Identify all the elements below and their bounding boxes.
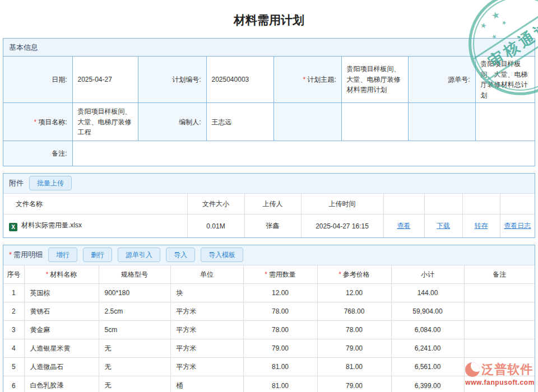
editor-label-text: 编制人: [179,118,201,126]
editor-value: 王志远 [206,103,273,141]
required-mark: * [9,250,12,259]
row-remark [464,358,535,376]
import-button[interactable]: 导入 [166,248,195,262]
col-action-1 [383,194,424,214]
source-import-button[interactable]: 源单引入 [118,248,160,262]
row-remark [464,339,535,358]
col-remark: 备注 [464,265,535,284]
row-unit: 平方米 [170,339,243,358]
row-qty: 12.00 [243,284,317,302]
col-qty: *需用数量 [243,265,317,284]
detail-table-header: 序号 *材料名称 规格型号 单位 *需用数量 *参考价格 小计 备注 [3,265,535,284]
table-row: 日期: 2025-04-27 计划编号: 2025040003 *计划主题: 贵… [3,57,535,103]
col-unit: 单位 [170,265,243,284]
row-subtotal: 6,241.00 [391,339,464,358]
row-material-name: 人造微晶石 [24,358,99,376]
remark-value [72,141,535,166]
col-action-3 [462,194,500,214]
source-no-label: 源单号: [408,57,475,103]
attachment-header: 附件 批量上传 [3,174,535,194]
excel-file-icon: X [9,223,17,231]
row-spec: 5cm [99,321,170,339]
row-price: 768.00 [317,302,391,321]
detail-section: *需用明细 增行 删行 源单引入 导入 导入模板 序号 *材料名称 规格型号 单… [3,245,535,392]
required-mark: * [46,270,49,278]
add-row-button[interactable]: 增行 [48,248,77,262]
row-qty: 81.00 [243,376,317,392]
table-row: 备注: [3,141,535,166]
basic-info-title: 基本信息 [9,43,38,53]
row-spec: 无 [99,339,170,358]
view-log-link[interactable]: 查看日志 [504,222,531,230]
row-qty: 79.00 [243,339,317,358]
table-row: 4 人造银星米黄 无 平方米 79.00 79.00 6,241.00 [3,339,535,358]
row-subtotal: 6,561.00 [391,358,464,376]
download-link[interactable]: 下载 [437,222,450,230]
view-link[interactable]: 查看 [397,222,411,230]
detail-header: *需用明细 增行 删行 源单引入 导入 导入模板 [3,245,535,265]
date-value: 2025-04-27 [72,57,138,103]
row-spec: 无 [99,376,170,392]
row-spec: 2.5cm [99,302,170,321]
transfer-link[interactable]: 转存 [475,222,488,230]
row-remark [464,284,535,302]
row-subtotal: 6,399.00 [391,376,464,392]
plan-no-value: 2025040003 [206,57,273,103]
row-qty: 78.00 [243,302,317,321]
row-unit: 平方米 [170,358,243,376]
file-size: 0.01M [187,214,244,237]
batch-upload-button[interactable]: 批量上传 [29,176,72,190]
row-remark [464,321,535,339]
project-label-text: 项目名称: [38,118,67,126]
table-row: 2 黄锈石 2.5cm 平方米 78.00 768.00 59,904.00 [3,302,535,321]
row-spec: 无 [99,358,170,376]
row-material-name: 黄锈石 [24,302,99,321]
row-seq: 6 [3,376,24,392]
col-price-text: 参考价格 [343,270,370,278]
row-price: 78.00 [317,321,391,339]
col-qty-text: 需用数量 [269,270,296,278]
required-mark: * [338,270,341,278]
basic-info-section: 基本信息 日期: 2025-04-27 计划编号: 2025040003 *计划… [3,38,535,166]
row-unit: 平方米 [170,302,243,321]
file-upload-time: 2025-04-27 16:15 [301,214,383,237]
empty-label-cell [408,103,475,141]
col-price: *参考价格 [317,265,391,284]
source-no-value: 贵阳项目样板间、大堂、电梯厅装修材料总计划 [475,57,535,103]
col-material-name-text: 材料名称 [50,270,77,278]
col-uploader: 上传人 [244,194,301,214]
row-subtotal: 144.00 [391,284,464,302]
col-action-4 [500,194,535,214]
col-spec: 规格型号 [99,265,170,284]
row-subtotal: 59,904.00 [391,302,464,321]
file-name-cell: X材料实际需用量.xlsx [3,214,187,237]
row-qty: 81.00 [243,358,317,376]
empty-value-cell [475,103,535,141]
import-template-button[interactable]: 导入模板 [201,248,243,262]
row-price: 79.00 [317,339,391,358]
attachment-table: 文件名称 文件大小 上传人 上传时间 X材料实际需用量.xlsx 0.01M 张… [3,194,535,237]
required-mark: * [303,76,305,83]
table-row: 3 黄金麻 5cm 平方米 78.00 78.00 6,084.00 [3,321,535,339]
subject-label-text: 计划主题: [307,76,336,83]
plan-no-label-text: 计划编号: [172,76,201,83]
empty-label-cell [273,103,341,141]
row-unit: 桶 [170,376,243,392]
table-row: *项目名称: 贵阳项目样板间、大堂、电梯厅装修工程 编制人: 王志远 [3,103,535,141]
basic-info-grid: 日期: 2025-04-27 计划编号: 2025040003 *计划主题: 贵… [3,57,535,166]
date-label-text: 日期: [52,76,67,83]
row-subtotal: 6,084.00 [391,321,464,339]
date-label: 日期: [3,57,72,103]
delete-row-button[interactable]: 删行 [83,248,112,262]
attachment-title: 附件 [9,178,24,188]
remark-label: 备注: [3,141,72,166]
project-label: *项目名称: [3,103,72,141]
detail-table: 序号 *材料名称 规格型号 单位 *需用数量 *参考价格 小计 备注 1 英国棕… [3,265,535,392]
row-material-name: 白色乳胶漆 [24,376,99,392]
attachment-row: X材料实际需用量.xlsx 0.01M 张鑫 2025-04-27 16:15 … [3,214,535,237]
row-unit: 平方米 [170,321,243,339]
file-uploader: 张鑫 [244,214,301,237]
detail-title: *需用明细 [9,250,43,260]
col-upload-time: 上传时间 [301,194,383,214]
subject-label: *计划主题: [273,57,341,103]
